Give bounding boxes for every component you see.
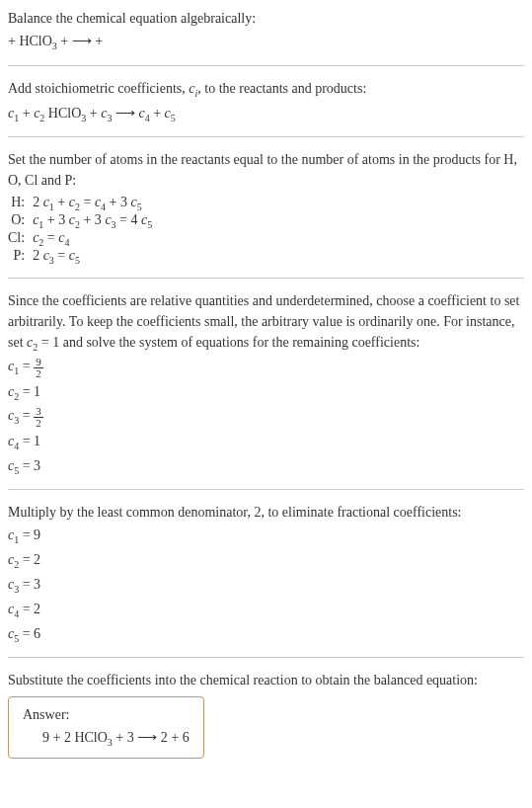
stoich-equation: c1 + c2 HClO3 + c3 ⟶ c4 + c5 xyxy=(8,103,524,125)
intro-section: Balance the chemical equation algebraica… xyxy=(8,8,524,53)
solve-r3: c3 = 32 xyxy=(8,405,524,428)
divider xyxy=(8,136,524,137)
r1-frac: 92 xyxy=(34,357,43,379)
m5eq: = 6 xyxy=(19,626,40,641)
stoich-text2: , to the reactants and products: xyxy=(197,81,366,96)
r4eq: = 1 xyxy=(19,434,40,448)
plus2: + xyxy=(86,106,101,121)
intro-line1: Balance the chemical equation algebraica… xyxy=(8,8,524,29)
o-p1: + 3 xyxy=(43,212,68,227)
h-eq: 2 c1 + c2 = c4 + 3 c5 xyxy=(33,195,152,212)
p-label: P: xyxy=(8,248,33,266)
answer-label: Answer: xyxy=(23,707,190,723)
stoich-text: Add stoichiometric coefficients, ci, to … xyxy=(8,78,524,101)
solve-r5: c5 = 3 xyxy=(8,455,524,478)
m4eq: = 2 xyxy=(19,602,40,616)
final-text: Substitute the coefficients into the che… xyxy=(8,670,524,690)
h-p1: + xyxy=(54,195,69,209)
h-row: H: 2 c1 + c2 = c4 + 3 c5 xyxy=(8,195,152,212)
c5s: 5 xyxy=(171,112,176,122)
solve-text2: = 1 and solve the system of equations fo… xyxy=(38,335,419,350)
ans-b: + 3 ⟶ 2 + 6 xyxy=(113,730,190,745)
r1-den: 2 xyxy=(34,368,43,379)
p-eq: 2 c3 = c5 xyxy=(33,248,152,266)
r1-num: 9 xyxy=(34,357,43,368)
mult-r5: c5 = 6 xyxy=(8,623,524,646)
p-row: P: 2 c3 = c5 xyxy=(8,248,152,266)
cl-label: Cl: xyxy=(8,230,33,248)
atom-equations: H: 2 c1 + c2 = c4 + 3 c5 O: c1 + 3 c2 + … xyxy=(8,195,152,265)
h-2: 2 xyxy=(33,195,43,209)
mult-r3: c3 = 3 xyxy=(8,574,524,597)
r2eq: = 1 xyxy=(19,384,40,399)
h-equals: = xyxy=(80,195,95,209)
final-section: Substitute the coefficients into the che… xyxy=(8,670,524,759)
multiply-section: Multiply by the least common denominator… xyxy=(8,502,524,645)
r3eq: = xyxy=(19,408,34,423)
divider xyxy=(8,489,524,490)
hclo: HClO xyxy=(44,106,81,121)
intro-equation: + HClO3 + ⟶ + xyxy=(8,31,524,53)
intro-mid: + ⟶ + xyxy=(57,34,103,48)
cl-equals: = xyxy=(43,230,58,245)
o-p2: + 3 xyxy=(80,212,105,227)
r3-num: 3 xyxy=(34,406,43,418)
solve-r2: c2 = 1 xyxy=(8,381,524,404)
atoms-text: Set the number of atoms in the reactants… xyxy=(8,149,524,191)
m3eq: = 3 xyxy=(19,577,40,592)
o-equals: = 4 xyxy=(116,212,141,227)
o-label: O: xyxy=(8,212,33,230)
h-c5s: 5 xyxy=(137,202,142,212)
o-row: O: c1 + 3 c2 + 3 c3 = 4 c5 xyxy=(8,212,152,230)
h-p2: + 3 xyxy=(106,195,130,209)
cl-row: Cl: c2 = c4 xyxy=(8,230,152,248)
r3-den: 2 xyxy=(34,418,43,429)
plus3: + xyxy=(150,106,165,121)
solve-section: Since the coefficients are relative quan… xyxy=(8,290,524,478)
multiply-text: Multiply by the least common denominator… xyxy=(8,502,524,523)
mult-r2: c2 = 2 xyxy=(8,549,524,572)
arrow: ⟶ xyxy=(112,106,138,121)
stoich-text1: Add stoichiometric coefficients, xyxy=(8,81,189,96)
p-2: 2 xyxy=(33,248,43,263)
solve-r4: c4 = 1 xyxy=(8,431,524,453)
mult-r1: c1 = 9 xyxy=(8,525,524,547)
mult-r4: c4 = 2 xyxy=(8,599,524,621)
divider xyxy=(8,657,524,658)
divider xyxy=(8,65,524,66)
stoich-section: Add stoichiometric coefficients, ci, to … xyxy=(8,78,524,125)
m2eq: = 2 xyxy=(19,552,40,567)
solve-text: Since the coefficients are relative quan… xyxy=(8,290,524,355)
r5eq: = 3 xyxy=(19,458,40,473)
cl-eq: c2 = c4 xyxy=(33,230,152,248)
answer-box: Answer: 9 + 2 HClO3 + 3 ⟶ 2 + 6 xyxy=(8,696,204,759)
r3-frac: 32 xyxy=(34,406,43,429)
plus1: + xyxy=(19,106,34,121)
o-c5s: 5 xyxy=(147,219,152,230)
ans-a: 9 + 2 HClO xyxy=(42,730,108,745)
m1eq: = 9 xyxy=(19,527,40,542)
cl-c4s: 4 xyxy=(64,237,69,248)
divider xyxy=(8,278,524,279)
solve-r1: c1 = 92 xyxy=(8,356,524,378)
r1eq: = xyxy=(19,359,34,373)
h-label: H: xyxy=(8,195,33,212)
p-c5s: 5 xyxy=(75,255,80,266)
o-eq: c1 + 3 c2 + 3 c3 = 4 c5 xyxy=(33,212,152,230)
intro-prefix: + HClO xyxy=(8,34,52,48)
p-equals: = xyxy=(54,248,69,263)
answer-equation: 9 + 2 HClO3 + 3 ⟶ 2 + 6 xyxy=(23,729,190,748)
atoms-section: Set the number of atoms in the reactants… xyxy=(8,149,524,265)
